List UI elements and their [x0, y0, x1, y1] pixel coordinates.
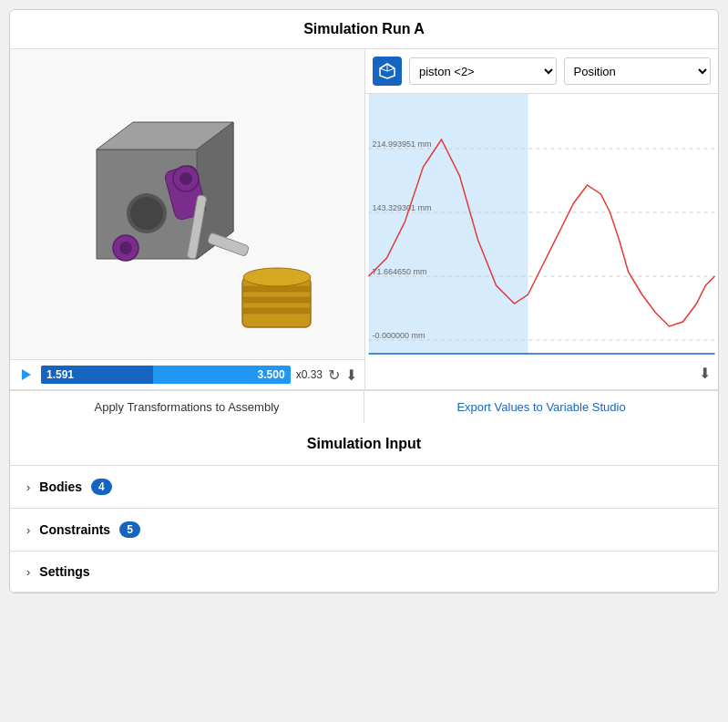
export-values-button[interactable]: Export Values to Variable Studio — [364, 391, 718, 423]
svg-point-4 — [130, 197, 163, 230]
svg-rect-12 — [242, 308, 311, 314]
top-section: 1.591 3.500 x0.33 ↻ ⬇ — [10, 49, 718, 390]
viewport-section: 1.591 3.500 x0.33 ↻ ⬇ — [10, 49, 365, 389]
panel-title: Simulation Run A — [10, 10, 718, 49]
svg-line-20 — [380, 68, 387, 71]
action-bar: Apply Transformations to Assembly Export… — [10, 390, 718, 423]
chart-area: 214.993951 mm 143.329301 mm 71.664650 mm… — [365, 94, 718, 389]
chart-header: piston <2> Position — [365, 49, 718, 94]
body-dropdown[interactable]: piston <2> — [409, 57, 557, 85]
constraints-label: Constraints — [39, 522, 110, 537]
chevron-constraints-icon: › — [26, 523, 30, 537]
machine-3d-view — [51, 77, 324, 332]
simulation-input: Simulation Input › Bodies 4 › Constraint… — [10, 423, 718, 593]
chart-section: piston <2> Position 214.993951 mm — [365, 49, 718, 389]
download-icon[interactable]: ⬇ — [345, 366, 357, 384]
constraints-badge: 5 — [119, 521, 140, 538]
settings-label: Settings — [39, 564, 89, 579]
progress-end: 3.500 — [258, 368, 285, 381]
main-container: Simulation Run A — [9, 9, 719, 593]
apply-transformations-button[interactable]: Apply Transformations to Assembly — [10, 391, 364, 423]
speed-label: x0.33 — [296, 368, 323, 381]
bodies-label: Bodies — [39, 480, 82, 494]
svg-rect-14 — [207, 232, 249, 257]
constraints-section[interactable]: › Constraints 5 — [10, 509, 718, 552]
svg-rect-21 — [369, 94, 528, 354]
svg-point-13 — [243, 268, 311, 286]
bodies-badge: 4 — [91, 479, 112, 495]
progress-current: 1.591 — [46, 368, 74, 381]
svg-text:143.329301 mm: 143.329301 mm — [373, 203, 432, 212]
refresh-icon[interactable]: ↻ — [328, 366, 340, 384]
sim-input-title: Simulation Input — [10, 423, 718, 466]
play-icon — [22, 369, 31, 380]
svg-rect-10 — [242, 286, 311, 292]
chevron-settings-icon: › — [26, 565, 30, 579]
svg-line-19 — [387, 68, 395, 71]
svg-point-7 — [179, 172, 192, 185]
progress-bar[interactable]: 1.591 3.500 — [41, 366, 291, 384]
measure-dropdown[interactable]: Position — [564, 57, 712, 85]
body-icon — [373, 57, 402, 86]
settings-section[interactable]: › Settings — [10, 552, 718, 593]
bodies-section[interactable]: › Bodies 4 — [10, 466, 718, 509]
play-button[interactable] — [17, 366, 36, 384]
viewport-canvas — [10, 49, 364, 359]
progress-fill: 1.591 — [41, 366, 153, 384]
chart-download-icon[interactable]: ⬇ — [699, 365, 711, 382]
svg-text:71.664650 mm: 71.664650 mm — [373, 267, 427, 276]
svg-text:-0.000000 mm: -0.000000 mm — [373, 331, 426, 340]
svg-rect-11 — [242, 297, 311, 303]
chart-svg: 214.993951 mm 143.329301 mm 71.664650 mm… — [365, 94, 718, 363]
svg-point-16 — [119, 242, 132, 254]
svg-text:214.993951 mm: 214.993951 mm — [373, 139, 432, 149]
chevron-bodies-icon: › — [26, 480, 30, 494]
timeline-bar: 1.591 3.500 x0.33 ↻ ⬇ — [10, 359, 364, 389]
cube-icon — [378, 62, 396, 80]
